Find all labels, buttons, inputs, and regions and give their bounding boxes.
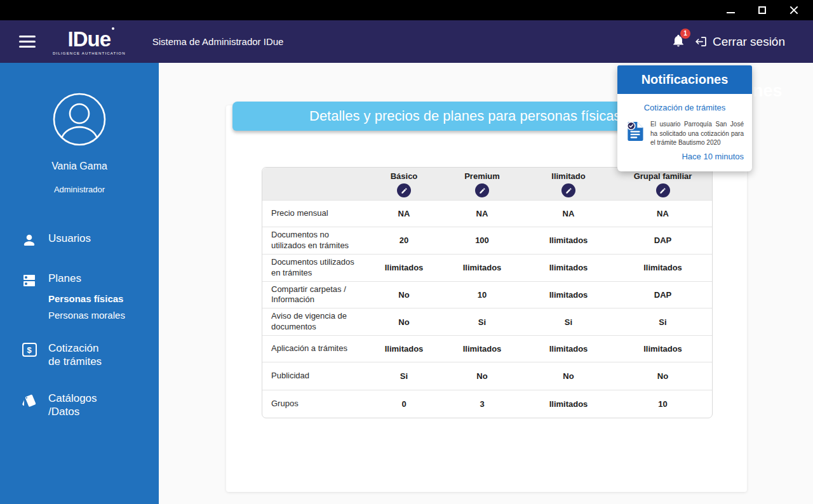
cell-value: Si [441, 308, 523, 335]
cell-value: No [614, 362, 712, 390]
cell-value: 100 [441, 227, 523, 254]
pencil-icon [659, 187, 666, 194]
hamburger-menu-icon[interactable] [19, 32, 36, 51]
cell-value: DAP [614, 227, 712, 254]
cell-value: Si [523, 308, 614, 335]
notifications-bell-button[interactable]: 1 [671, 33, 685, 51]
sidebar-item-catalogos[interactable]: Catálogos /Datos [0, 392, 159, 418]
minimize-icon [727, 12, 735, 13]
pencil-icon [565, 187, 572, 194]
logout-label: Cerrar sesión [713, 35, 785, 49]
app-logo[interactable]: IDue DILIGENCE AUTHENTICATION [53, 29, 126, 55]
sidebar-item-usuarios[interactable]: Usuarios [0, 232, 159, 248]
logo-wordmark: IDue [68, 29, 111, 50]
cell-value: Si [614, 308, 712, 335]
cell-value: NA [441, 200, 523, 227]
edit-plan-basico-button[interactable] [397, 183, 411, 197]
cell-value: 3 [441, 390, 523, 418]
column-header-ilimitado: Ilimitado [523, 168, 614, 200]
pencil-icon [401, 187, 408, 194]
table-row: Documentos utilizados en trámites Ilimit… [262, 254, 712, 281]
cell-value: Ilimitados [523, 335, 614, 362]
list-icon [21, 273, 37, 288]
notification-item-title-link[interactable]: Cotización de trámites [626, 103, 744, 112]
cell-value: No [441, 362, 523, 390]
cell-value: No [367, 308, 441, 335]
table-header-row: Básico Premium Ilimitado Grupal familiar [262, 168, 712, 200]
cell-value: No [367, 281, 441, 308]
sidebar-subitem-personas-fisicas[interactable]: Personas físicas [48, 293, 159, 304]
table-row: Compartir carpetas / Información No 10 I… [262, 281, 712, 308]
table-row: Grupos 0 3 Ilimitados 10 [262, 390, 712, 418]
window-titlebar [0, 0, 813, 20]
row-label: Aviso de vigencia de documentos [262, 308, 367, 335]
cell-value: Ilimitados [523, 227, 614, 254]
dollar-icon: $ [21, 343, 37, 357]
cell-value: Ilimitados [614, 254, 712, 281]
logo-subtitle: DILIGENCE AUTHENTICATION [53, 51, 126, 55]
avatar-icon[interactable] [52, 92, 107, 147]
sidebar-menu: Usuarios Planes Personas físicas Persona… [0, 232, 159, 419]
sidebar-subitem-personas-morales[interactable]: Personas morales [48, 310, 159, 321]
edit-plan-ilimitado-button[interactable] [561, 183, 575, 197]
cell-value: NA [614, 200, 712, 227]
cell-value: 0 [367, 390, 441, 418]
document-check-icon [626, 120, 645, 143]
notifications-title: Notificaciones [642, 72, 729, 87]
close-button[interactable] [785, 3, 803, 17]
table-row: Publicidad Si No No No [262, 362, 712, 390]
cell-value: Ilimitados [441, 254, 523, 281]
cell-value: Ilimitados [367, 335, 441, 362]
user-role: Administrador [54, 185, 105, 194]
notifications-panel-header: Notificaciones [617, 65, 752, 94]
cell-value: Si [367, 362, 441, 390]
table-row: Precio mensual NA NA NA NA [262, 200, 712, 227]
row-label: Documentos utilizados en trámites [262, 254, 367, 281]
app-title: Sistema de Administrador IDue [152, 36, 284, 47]
notification-badge: 1 [680, 29, 690, 39]
cell-value: Ilimitados [523, 390, 614, 418]
row-label: Publicidad [262, 362, 367, 390]
maximize-button[interactable] [753, 3, 771, 17]
cell-value: No [523, 362, 614, 390]
row-label: Aplicación a trámites [262, 335, 367, 362]
plans-table: Básico Premium Ilimitado Grupal familiar [262, 167, 711, 418]
banner-overflow-text: nes [753, 81, 783, 101]
cards-icon [21, 393, 37, 408]
notification-timestamp-link[interactable]: Hace 10 minutos [626, 152, 744, 161]
cell-value: 20 [367, 227, 441, 254]
table-corner-cell [262, 168, 367, 200]
table-row: Aviso de vigencia de documentos No Si Si… [262, 308, 712, 335]
edit-plan-premium-button[interactable] [475, 183, 489, 197]
edit-plan-grupal-familiar-button[interactable] [656, 183, 670, 197]
cell-value: NA [367, 200, 441, 227]
user-name: Vania Gama [51, 161, 107, 172]
table-row: Aplicación a trámites Ilimitados Ilimita… [262, 335, 712, 362]
topbar: IDue DILIGENCE AUTHENTICATION Sistema de… [0, 20, 813, 63]
planes-submenu: Personas físicas Personas morales [48, 293, 159, 321]
user-profile: Vania Gama Administrador [0, 63, 159, 194]
notifications-panel: Notificaciones Cotización de trámites El… [617, 65, 752, 171]
row-label: Grupos [262, 390, 367, 418]
column-header-basico: Básico [367, 168, 441, 200]
cell-value: DAP [614, 281, 712, 308]
table-row: Documentos no utilizados en trámites 20 … [262, 227, 712, 254]
pencil-icon [479, 187, 486, 194]
maximize-icon [758, 6, 766, 14]
column-header-premium: Premium [441, 168, 523, 200]
logout-icon [694, 35, 708, 48]
app-window: IDue DILIGENCE AUTHENTICATION Sistema de… [0, 0, 813, 504]
cell-value: 10 [441, 281, 523, 308]
sidebar-item-cotizacion[interactable]: $ Cotización de trámites [0, 342, 159, 368]
row-label: Compartir carpetas / Información [262, 281, 367, 308]
sidebar-item-planes[interactable]: Planes [0, 272, 159, 288]
minimize-button[interactable] [722, 3, 739, 17]
row-label: Precio mensual [262, 200, 367, 227]
cell-value: NA [523, 200, 614, 227]
sidebar: Vania Gama Administrador Usuarios Planes… [0, 63, 159, 504]
row-label: Documentos no utilizados en trámites [262, 227, 367, 254]
logout-button[interactable]: Cerrar sesión [694, 35, 785, 49]
cell-value: Ilimitados [367, 254, 441, 281]
cell-value: Ilimitados [523, 254, 614, 281]
page-title: Detalles y precios de planes para person… [309, 108, 621, 124]
